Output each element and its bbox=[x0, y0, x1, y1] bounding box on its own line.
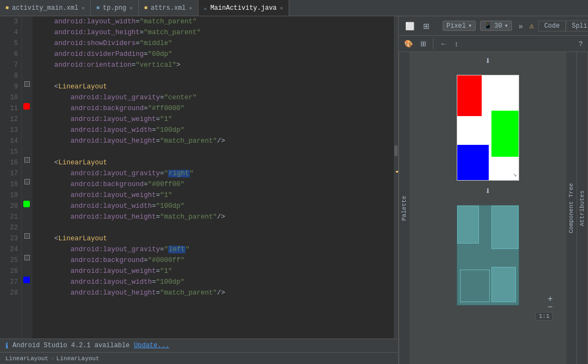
tab-close-btn[interactable]: ✕ bbox=[280, 5, 283, 11]
api-level: 30 bbox=[494, 22, 502, 30]
code-line-27: android:layout_width="100dp" bbox=[38, 277, 388, 288]
line-num: 16 bbox=[3, 157, 18, 168]
blue-box bbox=[457, 145, 489, 180]
tab-mainactivity-java[interactable]: ☕ MainActivity.java ✕ bbox=[199, 0, 289, 16]
attributes-tab[interactable]: Attributes bbox=[577, 52, 588, 364]
scale-indicator[interactable]: 1:1 bbox=[535, 312, 553, 321]
line-num: 6 bbox=[3, 49, 18, 60]
line-num: 21 bbox=[3, 212, 18, 222]
code-line-24: android:layout_gravity="left" bbox=[38, 244, 388, 255]
info-icon: ℹ bbox=[5, 341, 8, 350]
scrollbar[interactable] bbox=[394, 16, 398, 339]
panel-right-wrapper: Palette ⬇ ↘ ⬇ bbox=[399, 52, 588, 364]
zoom-minus-btn[interactable]: − bbox=[547, 303, 553, 312]
teal-box2 bbox=[491, 206, 519, 249]
tab-code[interactable]: Code bbox=[538, 21, 566, 31]
component-tree-tab[interactable]: Component Tree bbox=[566, 52, 577, 364]
phone-preview-bottom bbox=[457, 205, 519, 305]
code-area[interactable]: android:layout_width="match_parent" andr… bbox=[33, 16, 394, 339]
chevron-down-icon: ▾ bbox=[468, 22, 472, 30]
device-selector[interactable]: Pixel ▾ bbox=[443, 21, 476, 31]
line-num: 8 bbox=[3, 71, 18, 81]
code-line-6: android:dividerPadding="60dp" bbox=[38, 49, 388, 60]
breadcrumb-item-1[interactable]: LinearLayout bbox=[5, 355, 48, 362]
line-num: 3 bbox=[3, 16, 18, 27]
line-num: 9 bbox=[3, 81, 18, 92]
update-link[interactable]: Update... bbox=[134, 342, 169, 349]
java-icon: ☕ bbox=[204, 5, 207, 11]
code-line-7: android:orientation="vertical"> bbox=[38, 60, 388, 71]
editor-content: 3 4 5 6 7 8 9 10 11 12 13 14 15 16 17 18… bbox=[0, 16, 398, 339]
line-num: 18 bbox=[3, 179, 18, 190]
fold-marker[interactable]: - bbox=[24, 233, 30, 239]
notification-bar: ℹ Android Studio 4.2.1 available Update.… bbox=[0, 339, 398, 352]
color-marker-green bbox=[23, 201, 30, 207]
teal-box4 bbox=[491, 267, 516, 302]
tab-attrs-xml[interactable]: ■ attrs.xml ✕ bbox=[139, 0, 199, 16]
color-marker-blue bbox=[23, 277, 30, 283]
line-num: 10 bbox=[3, 92, 18, 103]
code-line-25: android:background="#0000ff" bbox=[38, 255, 388, 266]
line-num: 19 bbox=[3, 190, 18, 201]
tab-close-btn[interactable]: ✕ bbox=[189, 5, 193, 11]
tab-tp-png[interactable]: ■ tp.png ✕ bbox=[91, 0, 138, 16]
code-line-5: android:showDividers="middle" bbox=[38, 38, 388, 49]
palette-toggle-btn[interactable]: 🎨 bbox=[402, 39, 415, 49]
code-line-21: android:layout_height="match_parent"/> bbox=[38, 212, 388, 222]
line-num: 25 bbox=[3, 255, 18, 266]
phone-icon: 📱 bbox=[484, 22, 492, 30]
warning-icon: ⚠ bbox=[529, 21, 534, 30]
code-line-14: android:layout_height="match_parent"/> bbox=[38, 136, 388, 146]
editor: 3 4 5 6 7 8 9 10 11 12 13 14 15 16 17 18… bbox=[0, 16, 398, 364]
tab-close-btn[interactable]: ✕ bbox=[81, 5, 85, 11]
tab-label: attrs.xml bbox=[151, 4, 186, 12]
tab-label: activity_main.xml bbox=[12, 4, 78, 12]
line-num: 23 bbox=[3, 233, 18, 244]
help-btn[interactable]: ? bbox=[577, 39, 585, 49]
palette-tab[interactable]: Palette bbox=[399, 52, 410, 364]
palette-icon-btn[interactable]: ⬜ bbox=[403, 21, 417, 31]
tab-bar: ■ activity_main.xml ✕ ■ tp.png ✕ ■ attrs… bbox=[0, 0, 588, 16]
code-line-28: android:layout_height="match_parent"/> bbox=[38, 288, 388, 298]
line-num: 17 bbox=[3, 168, 18, 179]
chevron-down-icon: ▾ bbox=[504, 22, 508, 30]
code-line-20: android:layout_width="100dp" bbox=[38, 201, 388, 212]
main-area: 3 4 5 6 7 8 9 10 11 12 13 14 15 16 17 18… bbox=[0, 16, 588, 364]
component-tree-btn[interactable]: ⊞ bbox=[418, 39, 429, 49]
more-options-btn[interactable]: » bbox=[516, 21, 525, 31]
notification-message: Android Studio 4.2.1 available bbox=[12, 342, 130, 349]
breadcrumb-item-2[interactable]: LinearLayout bbox=[56, 355, 99, 362]
line-num: 12 bbox=[3, 114, 18, 125]
top-pin-icon: ⬇ bbox=[485, 55, 491, 67]
red-box bbox=[457, 75, 482, 116]
phone-preview-top: ↘ bbox=[457, 75, 519, 181]
code-line-4: android:layout_height="match_parent" bbox=[38, 27, 388, 38]
line-num: 28 bbox=[3, 288, 18, 298]
line-numbers: 3 4 5 6 7 8 9 10 11 12 13 14 15 16 17 18… bbox=[0, 16, 22, 339]
resize-icon: ↘ bbox=[513, 170, 517, 178]
right-panel: ⬜ ⊞ Pixel ▾ 📱 30 ▾ » ⚠ Code Split bbox=[398, 16, 588, 364]
code-line-22 bbox=[38, 222, 388, 233]
tab-close-btn[interactable]: ✕ bbox=[130, 5, 133, 11]
code-line-15 bbox=[38, 146, 388, 157]
code-line-23: <LinearLayout bbox=[38, 233, 388, 244]
fold-marker[interactable]: - bbox=[24, 255, 30, 260]
pan-left-btn[interactable]: ← bbox=[438, 39, 449, 49]
code-line-10: android:layout_gravity="center" bbox=[38, 92, 388, 103]
line-num: 22 bbox=[3, 222, 18, 233]
api-selector[interactable]: 📱 30 ▾ bbox=[480, 21, 512, 31]
breadcrumb-bar: LinearLayout › LinearLayout bbox=[0, 352, 398, 364]
fold-marker[interactable]: - bbox=[24, 81, 30, 87]
device-label: Pixel bbox=[446, 22, 466, 30]
fold-marker[interactable]: - bbox=[24, 179, 30, 184]
fold-marker[interactable]: - bbox=[24, 157, 30, 163]
teal-box3 bbox=[460, 270, 490, 302]
tab-split[interactable]: Split bbox=[566, 21, 588, 31]
scroll-thumb bbox=[394, 145, 398, 156]
pan-down-btn[interactable]: ↕ bbox=[452, 39, 461, 49]
code-line-3: android:layout_width="match_parent" bbox=[38, 16, 388, 27]
tab-label: tp.png bbox=[103, 4, 126, 12]
code-line-26: android:layout_weight="1" bbox=[38, 266, 388, 277]
tab-activity-main-xml[interactable]: ■ activity_main.xml ✕ bbox=[0, 0, 91, 16]
grid-btn[interactable]: ⊞ bbox=[421, 21, 432, 31]
